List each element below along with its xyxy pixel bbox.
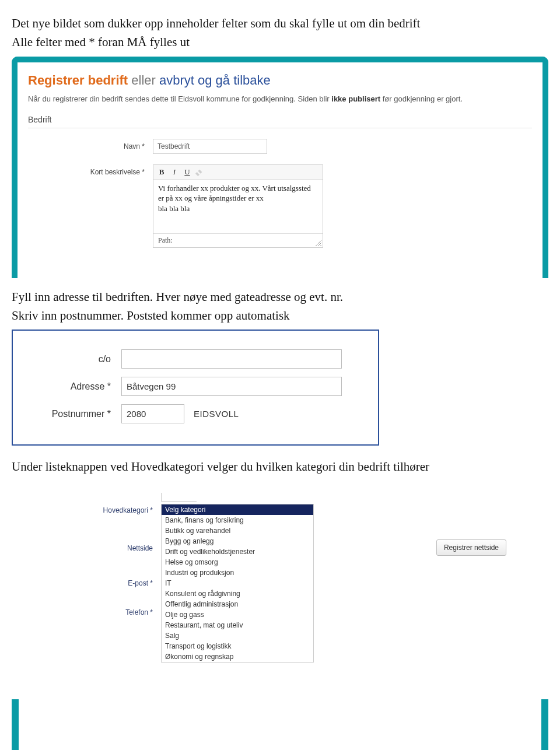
co-input[interactable]: [121, 349, 342, 369]
category-option[interactable]: Bygg og anlegg: [162, 536, 313, 546]
category-panel-wrap: Hovedkategori * Velg kategoriBank, finan…: [12, 481, 548, 750]
italic-icon[interactable]: I: [170, 167, 179, 177]
name-input[interactable]: [153, 139, 267, 154]
epost-label: E-post *: [36, 579, 161, 587]
path-label: Path:: [158, 236, 173, 244]
address-text-1: Fyll inn adresse til bedriften. Hver nøy…: [12, 289, 548, 305]
register-panel: Registrer bedrift eller avbryt og gå til…: [12, 57, 548, 278]
intro-text-2: Alle felter med * foran MÅ fylles ut: [12, 34, 548, 50]
co-row: c/o: [23, 349, 368, 369]
intro-text-1: Det nye bildet som dukker opp inneholder…: [12, 15, 548, 31]
adresse-input[interactable]: [121, 377, 342, 396]
address-panel: c/o Adresse * Postnummer * EIDSVOLL: [12, 330, 379, 446]
bold-icon[interactable]: B: [157, 167, 166, 177]
postnr-label: Postnummer *: [23, 409, 121, 419]
teal-strip-left: [12, 699, 19, 750]
category-option[interactable]: IT: [162, 578, 313, 588]
editor-toolbar: B I U: [153, 165, 323, 180]
category-option[interactable]: Drift og vedlikeholdstjenester: [162, 546, 313, 557]
desc-label: Kort beskrivelse *: [28, 164, 153, 176]
category-panel: Hovedkategori * Velg kategoriBank, finan…: [19, 481, 541, 750]
address-text-2: Skriv inn postnummer. Poststed kommer op…: [12, 307, 548, 324]
heading-grey: eller: [128, 73, 159, 87]
cancel-link[interactable]: avbryt og gå tilbake: [159, 73, 271, 87]
link-icon[interactable]: [195, 168, 204, 176]
desc-row: Kort beskrivelse * B I U Vi forhandler x…: [28, 164, 532, 248]
category-option[interactable]: Butikk og varehandel: [162, 525, 313, 536]
hovedkategori-label: Hovedkategori *: [36, 504, 161, 514]
postnr-input[interactable]: [121, 404, 184, 423]
category-option[interactable]: Velg kategori: [162, 504, 313, 515]
poststed-value: EIDSVOLL: [194, 409, 239, 419]
category-text: Under listeknappen ved Hovedkategori vel…: [12, 458, 548, 475]
adresse-row: Adresse *: [23, 377, 368, 396]
telefon-label: Telefon *: [36, 608, 161, 616]
panel-subtext: Når du registrerer din bedrift sendes de…: [28, 94, 532, 104]
editor-path: Path:: [153, 233, 323, 247]
ghost-row: [36, 493, 524, 502]
category-option[interactable]: Olje og gass: [162, 609, 313, 620]
co-label: c/o: [23, 354, 121, 365]
teal-strip-right: [541, 699, 548, 750]
unlink-icon[interactable]: [207, 168, 215, 176]
category-option[interactable]: Bank, finans og forsikring: [162, 515, 313, 525]
hovedkategori-select[interactable]: Velg kategoriBank, finans og forsikringB…: [161, 504, 314, 663]
registrer-nettside-button[interactable]: Registrer nettside: [436, 539, 506, 556]
adresse-label: Adresse *: [23, 381, 121, 392]
postnr-row: Postnummer * EIDSVOLL: [23, 404, 368, 423]
category-option[interactable]: Offentlig administrasjon: [162, 599, 313, 609]
editor-content[interactable]: Vi forhandler xx produkter og xx. Vårt u…: [153, 180, 323, 233]
category-option[interactable]: Restaurant, mat og uteliv: [162, 620, 313, 630]
rich-editor: B I U Vi forhandler xx produkter og xx. …: [153, 164, 323, 248]
category-option[interactable]: Industri og produksjon: [162, 567, 313, 578]
name-row: Navn *: [28, 139, 532, 154]
section-label-bedrift: Bedrift: [28, 115, 532, 128]
ghost-input: [161, 493, 197, 502]
category-option[interactable]: Konsulent og rådgivning: [162, 588, 313, 599]
heading-orange: Registrer bedrift: [28, 73, 128, 87]
category-option[interactable]: Transport og logistikk: [162, 641, 313, 651]
subtext-bold: ikke publisert: [331, 94, 380, 103]
underline-icon[interactable]: U: [183, 167, 192, 177]
subtext-post: før godkjenning er gjort.: [380, 94, 463, 103]
panel-heading: Registrer bedrift eller avbryt og gå til…: [28, 73, 532, 88]
category-option[interactable]: Helse og omsorg: [162, 557, 313, 567]
category-option[interactable]: Salg: [162, 630, 313, 641]
category-option[interactable]: Økonomi og regnskap: [162, 651, 313, 662]
name-label: Navn *: [28, 139, 153, 150]
nettside-label: Nettside: [36, 544, 161, 552]
subtext-pre: Når du registrerer din bedrift sendes de…: [28, 94, 331, 103]
resize-handle-icon[interactable]: [316, 240, 321, 246]
